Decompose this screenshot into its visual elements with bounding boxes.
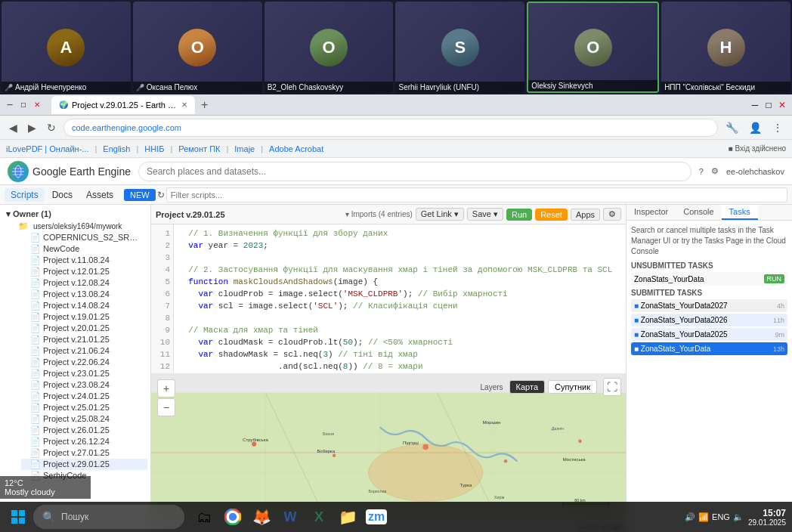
script-item-5[interactable]: 📄Project v.13.08.24 [21, 289, 147, 300]
script-item-4[interactable]: 📄Project v.12.08.24 [21, 277, 147, 289]
browser-close-button[interactable]: ✕ [777, 100, 787, 110]
reload-button[interactable]: ↻ [44, 120, 59, 135]
reset-button[interactable]: Reset [535, 209, 568, 221]
bookmark-imaje[interactable]: Imaje [234, 144, 255, 153]
script-item-20[interactable]: 📄Project v.29.01.25 [21, 459, 147, 470]
taskbar-app-files[interactable]: 📁 [334, 503, 361, 530]
script-item-0[interactable]: 📄COPERNICUS_S2_SR_HARMONIZED [21, 232, 147, 243]
satellite-button[interactable]: Супутник [548, 380, 597, 394]
network-icon[interactable]: 🔊 [685, 512, 695, 522]
bookmark-adobe[interactable]: Adobe Acrobat [269, 144, 323, 153]
script-item-2[interactable]: 📄Project v.11.08.24 [21, 255, 147, 266]
taskbar-app-word[interactable]: W [277, 503, 304, 530]
tab-tasks[interactable]: Tasks [722, 205, 758, 220]
script-item-8[interactable]: 📄Project v.20.01.25 [21, 323, 147, 334]
taskbar-search[interactable]: 🔍 Пошук [33, 505, 184, 529]
settings-gear-button[interactable]: ⚙ [603, 208, 621, 221]
script-item-15[interactable]: 📄Project v.25.01.25 [21, 402, 147, 413]
script-item-12[interactable]: 📄Project v.23.01.25 [21, 368, 147, 379]
script-item-16[interactable]: 📄Project v.25.08.24 [21, 413, 147, 425]
tab-close-icon[interactable]: ✕ [181, 101, 187, 109]
new-tab-button[interactable]: + [198, 98, 211, 112]
script-item-17[interactable]: 📄Project v.26.01.25 [21, 425, 147, 436]
script-item-9[interactable]: 📄Project v.21.01.25 [21, 334, 147, 345]
script-item-7[interactable]: 📄Project v.19.01.25 [21, 311, 147, 323]
apps-button[interactable]: Apps [571, 209, 600, 221]
filter-scripts-input[interactable] [166, 187, 787, 203]
bookmark-ilovepdf[interactable]: iLovePDF | Онлайн-... [6, 144, 88, 153]
right-panel: Inspector Console Tasks Search or cancel… [626, 205, 792, 532]
time-display[interactable]: 15:07 29.01.2025 [748, 508, 786, 527]
fullscreen-button[interactable]: ⛶ [603, 378, 621, 396]
save-button[interactable]: Save ▾ [467, 208, 503, 221]
zoom-in-button[interactable]: + [157, 379, 175, 397]
run-button[interactable]: Run [506, 209, 532, 221]
tab-scripts[interactable]: Scripts [5, 188, 45, 202]
video-tile-serhii[interactable]: S Serhii Havryliuk (UNFU) [395, 2, 524, 93]
taskbar-app-firefox[interactable]: 🦊 [248, 503, 275, 530]
taskbar-app-explorer[interactable]: 🗂 [190, 503, 218, 530]
tab-inspector[interactable]: Inspector [626, 205, 676, 220]
address-bar[interactable]: code.earthengine.google.com [63, 119, 718, 137]
video-tile-oleh[interactable]: O B2_Oleh Chaskovskyy [265, 2, 394, 93]
task-submitted-1[interactable]: ■ ZonaStats_YourData2026 11h [631, 314, 787, 326]
task-submitted-0[interactable]: ■ ZonaStats_YourData2027 4h [631, 299, 787, 312]
extensions-button[interactable]: 🔧 [722, 120, 741, 135]
video-tile-oleksiy[interactable]: O Oleksiy Sinkevych [527, 2, 659, 93]
close-button[interactable]: ✕ [32, 100, 42, 110]
svg-text:Хирів: Хирів [494, 495, 505, 500]
code-editor[interactable]: 12345 678910 1112131415 1617181920 21222… [151, 224, 626, 373]
menu-button[interactable]: ⋮ [769, 120, 786, 135]
script-item-13[interactable]: 📄Project v.23.08.24 [21, 379, 147, 391]
refresh-button[interactable]: ↻ [157, 190, 165, 200]
script-item-18[interactable]: 📄Project v.26.12.24 [21, 436, 147, 447]
browser-maximize-button[interactable]: □ [763, 100, 774, 110]
video-tile-npp[interactable]: Н НПП "Сколівські" Бескиди [661, 2, 790, 93]
zoom-out-button[interactable]: − [157, 398, 175, 416]
script-item-3[interactable]: 📄Project v.12.01.25 [21, 266, 147, 277]
forward-button[interactable]: ▶ [25, 120, 39, 135]
script-item-1[interactable]: 📄NewCode [21, 243, 147, 255]
profile-button[interactable]: 👤 [746, 120, 765, 135]
bookmark-nnib[interactable]: ННІБ [144, 144, 164, 153]
tab-assets[interactable]: Assets [80, 188, 119, 202]
task-run-button-0[interactable]: RUN [764, 274, 785, 283]
taskbar-app-zoom[interactable]: zm [363, 503, 390, 530]
video-tile-andrii[interactable]: А 🎤 Андрій Нечепуренко [2, 2, 131, 93]
script-item-14[interactable]: 📄Project v.24.01.25 [21, 391, 147, 402]
bookmark-english[interactable]: English [103, 144, 130, 153]
file-icon: 📄 [30, 233, 41, 242]
browser-minimize-button[interactable]: ─ [750, 100, 760, 110]
maximize-button[interactable]: □ [18, 100, 29, 110]
get-link-button[interactable]: Get Link ▾ [416, 208, 464, 221]
wifi-icon[interactable]: 📶 [698, 512, 709, 522]
script-item-11[interactable]: 📄Project v.22.06.24 [21, 357, 147, 368]
taskbar-app-excel[interactable]: X [305, 503, 333, 530]
bookmark-remont[interactable]: Ремонт ПК [178, 144, 220, 153]
help-button[interactable]: ? [699, 167, 704, 176]
task-icon-1: ■ [634, 316, 639, 324]
task-unsubmitted-0[interactable]: ZonaStats_YourData RUN [631, 272, 787, 286]
script-item-6[interactable]: 📄Project v.14.08.24 [21, 300, 147, 311]
settings-button[interactable]: ⚙ [711, 166, 719, 176]
tab-console[interactable]: Console [676, 205, 721, 220]
task-submitted-2[interactable]: ■ ZonaStats_YourData2025 9m [631, 328, 787, 341]
bookmarks-bar: iLovePDF | Онлайн-... | English | ННІБ |… [0, 140, 792, 158]
taskbar-app-chrome[interactable] [219, 503, 246, 530]
task-submitted-3[interactable]: ■ ZonaStats_YourData 13h [631, 342, 787, 355]
video-tile-oksana[interactable]: О 🎤 Оксана Пелюх [133, 2, 262, 93]
new-script-button[interactable]: NEW [124, 189, 156, 201]
gee-search-input[interactable] [138, 162, 691, 181]
minimize-button[interactable]: ─ [5, 100, 15, 110]
code-content[interactable]: // 1. Визначення функції для збору даних… [174, 224, 626, 373]
tab-docs[interactable]: Docs [46, 188, 79, 202]
back-button[interactable]: ◀ [6, 120, 20, 135]
map-button[interactable]: Карта [509, 380, 545, 394]
owner-label[interactable]: ▾ Owner (1) [3, 208, 147, 221]
browser-tab-active[interactable]: 🌍 Project v.29.01.25 - Earth Engi... ✕ [51, 96, 195, 114]
script-item-19[interactable]: 📄Project v.27.01.25 [21, 447, 147, 459]
volume-icon[interactable]: 🔈 [733, 512, 744, 522]
start-button[interactable] [6, 505, 30, 529]
path-item[interactable]: 📁 users/oleksiy1694/mywork [9, 221, 147, 232]
script-item-10[interactable]: 📄Project v.21.06.24 [21, 345, 147, 357]
